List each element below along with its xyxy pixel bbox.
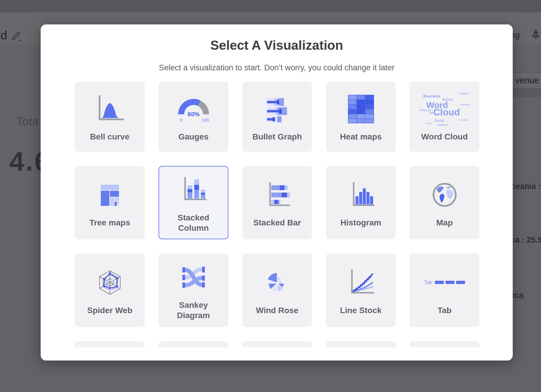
viz-label: Gauges: [178, 132, 209, 142]
viz-option-stacked-column[interactable]: Stacked Column: [159, 166, 228, 239]
sankey-diagram-icon: [177, 260, 210, 295]
viz-option-stacked-bar[interactable]: Stacked Bar: [242, 166, 312, 239]
viz-option-wind-rose[interactable]: Wind Rose: [242, 253, 312, 327]
viz-label: Word Cloud: [421, 132, 468, 142]
viz-label: Wind Rose: [256, 305, 298, 315]
dialog-subtitle: Select a visualization to start. Don’t w…: [41, 63, 513, 72]
viz-label: Bullet Graph: [252, 132, 302, 142]
viz-label: Line Stock: [340, 305, 382, 315]
svg-text:60%: 60%: [187, 111, 199, 117]
viz-label: Bell curve: [90, 132, 130, 142]
tab-icon: Tab: [424, 265, 465, 300]
viz-option-histogram[interactable]: Histogram: [326, 166, 396, 239]
viz-option-partial[interactable]: [410, 341, 479, 347]
viz-label: Sankey Diagram: [163, 300, 224, 320]
viz-option-bell-curve[interactable]: Bell curve: [75, 82, 145, 152]
word-cloud-icon: Business Analytics BigData Word Marketin…: [419, 92, 471, 126]
viz-option-partial[interactable]: [242, 341, 312, 347]
viz-label: Map: [436, 217, 453, 228]
select-visualization-dialog: Select A Visualization Select a visualiz…: [41, 24, 513, 361]
viz-label: Stacked Bar: [253, 217, 301, 228]
viz-label: Tree maps: [89, 217, 130, 228]
viz-option-spider-web[interactable]: Spider Web: [75, 253, 145, 327]
viz-option-map[interactable]: Map: [410, 166, 479, 239]
viz-option-partial[interactable]: [326, 341, 396, 347]
tree-map-icon: [93, 177, 126, 212]
viz-option-partial[interactable]: [75, 341, 145, 347]
svg-text:100: 100: [201, 117, 209, 122]
gauge-icon: 60% 0 100: [175, 92, 212, 126]
bell-curve-icon: [93, 92, 127, 126]
bullet-graph-icon: [261, 92, 294, 126]
viz-option-sankey-diagram[interactable]: Sankey Diagram: [159, 253, 228, 327]
viz-label: Histogram: [340, 217, 381, 228]
line-stock-icon: [344, 265, 378, 300]
viz-option-heat-maps[interactable]: Heat maps: [326, 82, 396, 152]
visualization-grid: Bell curve 60% 0 100 Gauges: [75, 82, 479, 347]
stacked-column-icon: [177, 172, 210, 207]
heat-map-icon: [346, 92, 376, 126]
viz-option-word-cloud[interactable]: Business Analytics BigData Word Marketin…: [410, 82, 479, 152]
stacked-bar-icon: [261, 177, 294, 212]
viz-option-gauges[interactable]: 60% 0 100 Gauges: [159, 82, 228, 152]
viz-label: Spider Web: [87, 305, 133, 315]
svg-text:0: 0: [180, 117, 182, 122]
histogram-icon: [344, 177, 377, 212]
viz-option-tab[interactable]: Tab Tab: [410, 253, 479, 327]
viz-label: Tab: [438, 305, 452, 315]
viz-option-tree-maps[interactable]: Tree maps: [75, 166, 145, 239]
dialog-title: Select A Visualization: [41, 38, 513, 53]
globe-map-icon: [429, 177, 461, 212]
viz-option-line-stock[interactable]: Line Stock: [326, 253, 396, 327]
viz-option-bullet-graph[interactable]: Bullet Graph: [242, 82, 312, 152]
wind-rose-icon: [262, 265, 293, 300]
viz-label: Stacked Column: [163, 212, 224, 233]
viz-label: Heat maps: [340, 132, 382, 142]
spider-web-icon: [94, 265, 126, 300]
viz-option-partial[interactable]: [159, 341, 228, 347]
